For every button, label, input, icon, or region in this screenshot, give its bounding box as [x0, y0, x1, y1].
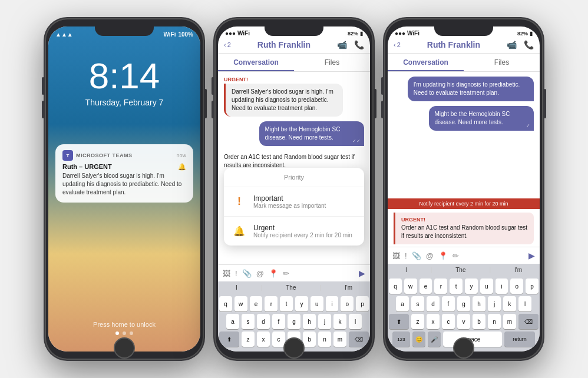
mention-icon[interactable]: @	[256, 269, 264, 278]
key-emoji[interactable]: 😊	[412, 331, 425, 347]
key-t[interactable]: t	[280, 296, 293, 311]
key-g[interactable]: g	[288, 314, 300, 329]
suggestion-3[interactable]: I'm	[345, 284, 352, 291]
suggestion-1[interactable]: I	[236, 284, 237, 291]
key-z[interactable]: z	[411, 314, 424, 329]
power-button[interactable]	[544, 89, 546, 118]
volume-up-button[interactable]	[42, 77, 44, 95]
priority-important-item[interactable]: ! Important Mark message as important	[224, 187, 364, 217]
key-mic[interactable]: 🎤	[428, 331, 441, 347]
back-button[interactable]: ‹ 2	[224, 41, 231, 48]
home-button[interactable]	[114, 337, 135, 359]
volume-down-button[interactable]	[212, 101, 214, 118]
location-icon[interactable]: 📍	[438, 251, 448, 260]
key-h[interactable]: h	[303, 314, 316, 329]
volume-down-button[interactable]	[381, 101, 384, 118]
key-l[interactable]: l	[349, 314, 362, 329]
key-z[interactable]: z	[242, 331, 255, 347]
key-return[interactable]: return	[504, 331, 535, 347]
key-h[interactable]: h	[473, 296, 485, 311]
key-l[interactable]: l	[518, 296, 531, 311]
key-f[interactable]: f	[442, 296, 455, 311]
image-icon[interactable]: 🖼	[223, 269, 230, 278]
key-y[interactable]: y	[295, 296, 308, 311]
key-b[interactable]: b	[473, 314, 485, 329]
key-n[interactable]: n	[488, 314, 501, 329]
key-a[interactable]: a	[226, 314, 239, 329]
volume-down-button[interactable]	[42, 101, 44, 118]
tab-conversation[interactable]: Conversation	[218, 54, 294, 71]
back-button[interactable]: ‹ 2	[394, 41, 401, 48]
send-button[interactable]: ▶	[359, 268, 365, 278]
priority-urgent-item[interactable]: 🔔 Urgent Notify recipient every 2 min fo…	[224, 217, 364, 246]
key-x[interactable]: x	[257, 331, 270, 347]
video-icon[interactable]: 📹	[337, 40, 347, 49]
key-s[interactable]: s	[411, 296, 424, 311]
key-y[interactable]: y	[465, 278, 478, 294]
key-a[interactable]: a	[396, 296, 409, 311]
attach-icon[interactable]: 📎	[412, 251, 421, 260]
suggestion-1[interactable]: I	[405, 267, 407, 273]
key-shift[interactable]: ⬆	[219, 331, 239, 347]
attach-icon[interactable]: 📎	[242, 269, 252, 278]
send-button[interactable]: ▶	[528, 251, 535, 260]
suggestion-2[interactable]: The	[455, 267, 465, 273]
key-q[interactable]: q	[219, 296, 232, 311]
location-icon[interactable]: 📍	[269, 269, 278, 278]
key-r[interactable]: r	[434, 278, 447, 294]
key-q[interactable]: q	[389, 278, 402, 294]
key-f[interactable]: f	[272, 314, 285, 329]
key-u[interactable]: u	[480, 278, 493, 294]
tab-files[interactable]: Files	[294, 54, 370, 71]
key-p[interactable]: p	[526, 278, 539, 294]
notification-card[interactable]: T MICROSOFT TEAMS now Ruth – URGENT 🔔 Da…	[55, 144, 193, 203]
key-n[interactable]: n	[318, 331, 331, 347]
priority-icon[interactable]: !	[235, 269, 237, 278]
key-v[interactable]: v	[457, 314, 470, 329]
volume-up-button[interactable]	[212, 77, 214, 95]
key-j[interactable]: j	[488, 296, 501, 311]
mention-icon[interactable]: @	[426, 251, 434, 260]
key-w[interactable]: w	[234, 296, 247, 311]
key-shift[interactable]: ⬆	[389, 314, 409, 329]
key-backspace[interactable]: ⌫	[349, 331, 369, 347]
video-icon[interactable]: 📹	[507, 40, 517, 49]
suggestion-3[interactable]: I'm	[514, 267, 522, 273]
key-o[interactable]: o	[510, 278, 523, 294]
home-button[interactable]	[283, 337, 305, 359]
key-u[interactable]: u	[310, 296, 323, 311]
key-r[interactable]: r	[265, 296, 278, 311]
key-e[interactable]: e	[250, 296, 263, 311]
key-c[interactable]: c	[442, 314, 455, 329]
phone-icon[interactable]: 📞	[524, 40, 534, 49]
volume-up-button[interactable]	[381, 77, 384, 95]
key-backspace[interactable]: ⌫	[518, 314, 539, 329]
key-e[interactable]: e	[419, 278, 432, 294]
tab-files[interactable]: Files	[464, 54, 540, 71]
pen-icon[interactable]: ✏	[283, 269, 289, 278]
key-g[interactable]: g	[457, 296, 470, 311]
priority-icon[interactable]: !	[405, 251, 407, 260]
phone-icon[interactable]: 📞	[354, 40, 364, 49]
key-o[interactable]: o	[341, 296, 354, 311]
key-k[interactable]: k	[333, 314, 346, 329]
key-k[interactable]: k	[503, 296, 516, 311]
key-i[interactable]: i	[326, 296, 339, 311]
key-m[interactable]: m	[503, 314, 516, 329]
tab-conversation[interactable]: Conversation	[388, 54, 464, 71]
power-button[interactable]	[374, 89, 376, 118]
key-x[interactable]: x	[427, 314, 440, 329]
key-b[interactable]: b	[303, 331, 316, 347]
key-p[interactable]: p	[356, 296, 369, 311]
home-button[interactable]	[453, 337, 474, 359]
key-123[interactable]: 123	[392, 331, 410, 347]
image-icon[interactable]: 🖼	[392, 251, 400, 260]
key-j[interactable]: j	[318, 314, 331, 329]
pen-icon[interactable]: ✏	[452, 251, 459, 260]
key-t[interactable]: t	[450, 278, 463, 294]
suggestion-2[interactable]: The	[286, 284, 296, 291]
key-s[interactable]: s	[242, 314, 255, 329]
key-w[interactable]: w	[404, 278, 417, 294]
key-d[interactable]: d	[257, 314, 270, 329]
key-d[interactable]: d	[427, 296, 440, 311]
